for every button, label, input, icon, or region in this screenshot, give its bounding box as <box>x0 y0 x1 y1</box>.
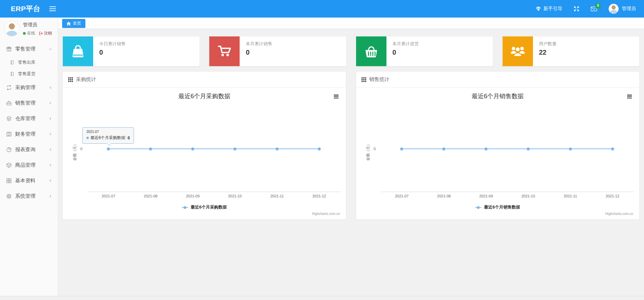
series-line <box>108 148 319 149</box>
sidebar-item-product-management[interactable]: 商品管理 <box>0 157 58 173</box>
legend-marker-icon <box>182 207 188 208</box>
legend-label: 最近6个月销售数据 <box>484 204 520 210</box>
page-footer <box>0 296 644 300</box>
sidebar-username: 管理员 <box>23 22 52 28</box>
grid-icon <box>6 178 12 184</box>
file-icon <box>9 60 15 65</box>
x-axis-line <box>381 192 634 192</box>
data-point[interactable] <box>233 147 236 151</box>
cube-icon <box>6 162 12 168</box>
tooltip-value: 0 <box>128 136 130 140</box>
y-axis-title: 金额（元） <box>72 142 77 161</box>
sidebar-item-label: 零售退货 <box>18 71 52 77</box>
stat-card-value: 22 <box>539 49 557 56</box>
sidebar-item-retail-returns[interactable]: 零售退货 <box>0 68 58 80</box>
data-point[interactable] <box>191 147 194 151</box>
sidebar: 管理员 在线 注销 <box>0 18 58 296</box>
sidebar-user-panel: 管理员 在线 注销 <box>0 18 58 39</box>
fullscreen-button[interactable] <box>574 6 579 11</box>
navbar-right: 新手引导 0 <box>536 4 636 14</box>
logout-icon <box>39 31 43 35</box>
y-axis-tick-label: 0 <box>366 147 376 151</box>
data-point[interactable] <box>611 147 614 151</box>
sidebar-item-label: 财务管理 <box>15 131 45 137</box>
exchange-icon <box>6 85 12 90</box>
x-axis-line <box>87 192 340 192</box>
tooltip-header: 2021-07 <box>86 130 130 134</box>
panel-header: 采购统计 <box>63 72 346 88</box>
chevron-left-icon <box>49 117 52 120</box>
x-axis-label: 2021-07 <box>395 194 408 198</box>
data-point[interactable] <box>400 147 403 151</box>
data-point[interactable] <box>275 147 278 151</box>
sidebar-item-retail-management[interactable]: 零售管理 <box>0 41 58 57</box>
sidebar-item-retail-outbound[interactable]: 零售出库 <box>0 57 58 68</box>
x-axis-label: 2021-11 <box>270 194 284 198</box>
y-axis-tick-label: 0 <box>72 147 82 151</box>
stat-card-month-purchases[interactable]: 本月累计进货 0 <box>356 36 493 66</box>
shopping-bag-icon <box>63 36 93 66</box>
chevron-left-icon <box>49 163 52 167</box>
brand-logo[interactable]: ERP平台 <box>11 4 41 13</box>
sidebar-menu: 零售管理 零售出库 零售退货 采购管理 <box>0 41 58 204</box>
purchase-chart: 最近6个月采购数据 金额（元） 0 2021-07 2021-08 2021-0… <box>63 88 346 220</box>
data-point[interactable] <box>442 147 446 151</box>
data-point[interactable] <box>527 147 530 151</box>
guide-link[interactable]: 新手引导 <box>536 6 562 12</box>
shopping-cart-icon <box>209 36 240 66</box>
chevron-left-icon <box>49 86 52 89</box>
chevron-down-icon <box>49 47 52 51</box>
sidebar-item-label: 零售管理 <box>15 46 45 52</box>
stat-card-month-sales[interactable]: 本月累计销售 0 <box>209 36 346 66</box>
series-line <box>402 148 612 149</box>
gift-icon <box>6 46 12 52</box>
data-point[interactable] <box>107 147 110 151</box>
stat-card-label: 用户数量 <box>539 41 557 47</box>
sidebar-toggle-icon[interactable] <box>49 5 56 12</box>
stat-card-today-sales[interactable]: 今日累计销售 0 <box>62 36 200 66</box>
highcharts-credits-link[interactable]: Highcharts.com.cn <box>605 212 633 216</box>
legend-item[interactable]: 最近6个月采购数据 <box>63 204 346 210</box>
sidebar-item-label: 基本资料 <box>15 178 45 184</box>
shopping-basket-icon <box>356 36 386 66</box>
chevron-left-icon <box>49 101 52 105</box>
user-avatar <box>609 4 619 14</box>
sidebar-item-label: 零售出库 <box>18 59 52 65</box>
x-axis-label: 2021-10 <box>521 194 535 198</box>
legend-label: 最近6个月采购数据 <box>191 204 227 210</box>
users-icon <box>503 36 533 66</box>
sales-stats-panel: 销售统计 最近6个月销售数据 金额（元） 0 2021-07 2021- <box>356 71 640 220</box>
sidebar-item-report-query[interactable]: 报表查询 <box>0 142 58 157</box>
top-navbar: ERP平台 新手引导 <box>0 0 644 18</box>
x-axis-label: 2021-08 <box>437 194 451 198</box>
chevron-left-icon <box>49 148 52 152</box>
sidebar-item-sales-management[interactable]: 销售管理 <box>0 95 58 111</box>
stat-card-user-count[interactable]: 用户数量 22 <box>502 36 640 66</box>
charts-row: 采购统计 最近6个月采购数据 金额（元） 0 2021-07 2021- <box>62 71 640 220</box>
sidebar-item-purchase-management[interactable]: 采购管理 <box>0 80 58 95</box>
data-point[interactable] <box>318 147 321 151</box>
home-icon <box>66 22 71 26</box>
highcharts-credits-link[interactable]: Highcharts.com.cn <box>312 212 340 216</box>
sidebar-item-warehouse-management[interactable]: 仓库管理 <box>0 111 58 126</box>
panel-header: 销售统计 <box>356 72 639 88</box>
stat-card-value: 0 <box>246 49 272 56</box>
data-point[interactable] <box>569 147 572 151</box>
navbar-user-menu[interactable]: 管理员 <box>609 4 636 14</box>
stat-cards-row: 今日累计销售 0 本月累计销售 0 <box>62 36 640 66</box>
x-axis-label: 2021-09 <box>479 194 493 198</box>
sidebar-item-finance-management[interactable]: 财务管理 <box>0 126 58 142</box>
sidebar-item-system-management[interactable]: 系统管理 <box>0 188 58 204</box>
pie-chart-icon <box>6 147 12 153</box>
logout-link[interactable]: 注销 <box>39 30 52 36</box>
fullscreen-icon <box>574 6 579 11</box>
tab-home[interactable]: 首页 <box>62 19 85 28</box>
sidebar-item-label: 销售管理 <box>15 100 45 106</box>
data-point[interactable] <box>485 147 488 151</box>
legend-item[interactable]: 最近6个月销售数据 <box>356 204 639 210</box>
legend-marker-icon <box>475 207 481 208</box>
sidebar-item-basic-data[interactable]: 基本资料 <box>0 173 58 188</box>
data-point[interactable] <box>149 147 152 151</box>
th-grid-icon <box>68 77 73 82</box>
messages-button[interactable]: 0 <box>591 6 597 11</box>
